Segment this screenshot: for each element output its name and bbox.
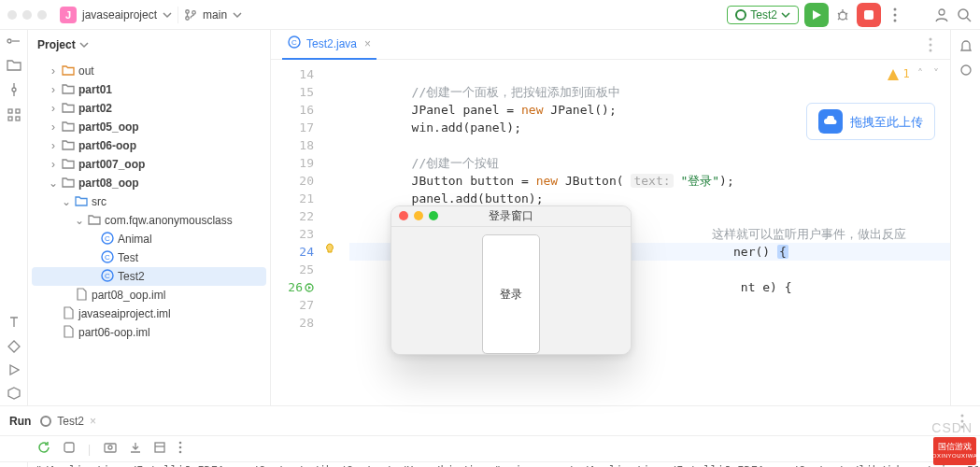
expand-icon[interactable] bbox=[7, 35, 21, 47]
swing-close-icon[interactable] bbox=[399, 211, 408, 220]
class-icon: C bbox=[101, 250, 114, 266]
run-toolwindow-header: Run Test2 × bbox=[0, 405, 980, 435]
tree-node[interactable]: CTest2 bbox=[32, 267, 266, 286]
class-icon: C bbox=[101, 269, 114, 285]
logo-line1: 国信游戏 bbox=[938, 442, 972, 451]
inspection-summary[interactable]: 1 ˄ ˅ bbox=[887, 65, 941, 83]
structure-tool-icon[interactable] bbox=[7, 108, 21, 121]
svg-point-25 bbox=[930, 49, 932, 51]
swing-max-icon[interactable] bbox=[429, 211, 438, 220]
export-icon[interactable] bbox=[130, 442, 141, 456]
swing-login-button[interactable]: 登录 bbox=[482, 234, 540, 354]
code-line bbox=[349, 65, 950, 83]
window-traffic-lights bbox=[7, 10, 47, 20]
run-config-name: Test2 bbox=[750, 8, 777, 21]
traffic-close-icon[interactable] bbox=[7, 10, 17, 20]
cloud-upload-icon bbox=[818, 109, 843, 134]
tree-node[interactable]: ›part06-oop bbox=[32, 136, 266, 155]
tree-node[interactable]: ›part02 bbox=[32, 99, 266, 118]
run-tab[interactable]: Test2 × bbox=[40, 415, 96, 428]
tree-node[interactable]: ⌄src bbox=[32, 192, 266, 211]
project-tree[interactable]: ›out›part01›part02›part05_oop›part06-oop… bbox=[28, 60, 270, 349]
svg-rect-31 bbox=[64, 443, 74, 452]
more-run-icon[interactable] bbox=[178, 441, 182, 457]
project-tool-icon[interactable] bbox=[7, 58, 21, 71]
chevron-down-icon[interactable] bbox=[233, 10, 242, 20]
intention-gutter bbox=[323, 60, 349, 405]
console-output[interactable]: "/Applications/IntelliJ IDEA.app/Content… bbox=[28, 462, 980, 467]
folder-icon bbox=[62, 82, 75, 98]
editor-tab-more-icon[interactable] bbox=[922, 36, 939, 53]
tree-node[interactable]: ⌄part08_oop bbox=[32, 174, 266, 192]
tree-node[interactable]: CTest bbox=[32, 248, 266, 267]
left-tool-rail bbox=[0, 30, 28, 405]
svg-rect-11 bbox=[8, 109, 12, 113]
notifications-icon[interactable] bbox=[959, 39, 973, 52]
line-gutter: 14151617181920212223242526 2728 bbox=[271, 60, 323, 405]
tree-node-label: part05_oop bbox=[78, 120, 139, 134]
swing-window[interactable]: 登录窗口 登录 bbox=[391, 205, 632, 355]
build-tool-icon[interactable] bbox=[7, 340, 21, 353]
swing-min-icon[interactable] bbox=[414, 211, 423, 220]
tree-node[interactable]: ›part01 bbox=[32, 80, 266, 99]
project-name[interactable]: javaseaiproject bbox=[82, 8, 157, 21]
inspection-nav[interactable]: ˄ ˅ bbox=[917, 65, 941, 83]
svg-text:C: C bbox=[291, 38, 297, 47]
run-config-chip[interactable]: Test2 bbox=[727, 6, 799, 24]
editor-tab[interactable]: C Test2.java × bbox=[282, 30, 376, 60]
editor-tab-label: Test2.java bbox=[306, 37, 357, 50]
debug-button[interactable] bbox=[834, 7, 851, 23]
swing-titlebar[interactable]: 登录窗口 bbox=[391, 206, 631, 227]
project-panel-header[interactable]: Project bbox=[28, 30, 270, 60]
folder-icon bbox=[62, 101, 75, 117]
commit-tool-icon[interactable] bbox=[7, 82, 21, 97]
more-menu-icon[interactable] bbox=[887, 7, 903, 23]
swing-title-text: 登录窗口 bbox=[489, 208, 533, 224]
tree-node-label: part007_oop bbox=[78, 158, 145, 171]
rerun-icon[interactable] bbox=[37, 441, 50, 457]
run-tool-icon[interactable] bbox=[8, 364, 20, 375]
right-tool-rail bbox=[950, 30, 980, 405]
account-icon[interactable] bbox=[933, 7, 950, 23]
tree-node[interactable]: ›part007_oop bbox=[32, 155, 266, 174]
svg-point-27 bbox=[961, 65, 971, 75]
tree-node-label: part06-oop.iml bbox=[78, 326, 150, 339]
tree-node[interactable]: javaseaiproject.iml bbox=[32, 304, 266, 323]
traffic-max-icon[interactable] bbox=[37, 10, 47, 20]
search-icon[interactable] bbox=[956, 7, 973, 23]
intention-bulb-icon[interactable] bbox=[323, 243, 336, 256]
traffic-min-icon[interactable] bbox=[22, 10, 32, 20]
layout-icon[interactable] bbox=[154, 442, 165, 456]
class-icon: C bbox=[101, 232, 114, 248]
stop-run-icon[interactable] bbox=[64, 442, 75, 456]
screenshot-icon[interactable] bbox=[104, 442, 117, 456]
svg-point-4 bbox=[894, 7, 897, 10]
stop-button[interactable] bbox=[857, 3, 881, 27]
tree-node[interactable]: part06-oop.iml bbox=[32, 323, 266, 342]
tree-node[interactable]: part08_oop.iml bbox=[32, 286, 266, 304]
close-tab-icon[interactable]: × bbox=[364, 37, 371, 50]
services-tool-icon[interactable] bbox=[7, 387, 21, 400]
svg-point-37 bbox=[179, 451, 182, 454]
run-button[interactable] bbox=[804, 3, 829, 27]
svg-point-8 bbox=[959, 9, 968, 19]
tree-node-label: Test2 bbox=[118, 270, 145, 283]
text-tool-icon[interactable] bbox=[7, 316, 21, 329]
tree-node[interactable]: ›out bbox=[32, 62, 266, 80]
run-toolwindow-title[interactable]: Run bbox=[9, 415, 31, 428]
tree-node[interactable]: ›part05_oop bbox=[32, 118, 266, 136]
tree-node[interactable]: CAnimal bbox=[32, 230, 266, 248]
svg-point-6 bbox=[894, 19, 897, 21]
chevron-down-icon[interactable] bbox=[163, 10, 172, 20]
file-icon bbox=[62, 306, 75, 322]
scroll-up-icon[interactable]: ↑ bbox=[10, 464, 17, 468]
ai-assist-icon[interactable] bbox=[959, 64, 973, 77]
git-branch-icon[interactable] bbox=[184, 8, 197, 21]
svg-point-35 bbox=[179, 442, 182, 445]
close-run-tab-icon[interactable]: × bbox=[90, 415, 96, 428]
git-branch-name[interactable]: main bbox=[203, 8, 227, 21]
upload-dropzone[interactable]: 拖拽至此上传 bbox=[806, 103, 935, 140]
swing-body: 登录 bbox=[391, 227, 631, 354]
divider bbox=[178, 7, 178, 23]
tree-node[interactable]: ⌄com.fqw.anonymousclass bbox=[32, 211, 266, 230]
